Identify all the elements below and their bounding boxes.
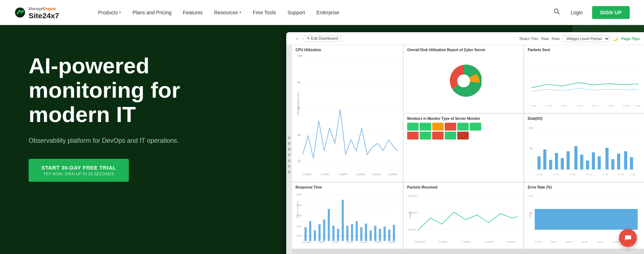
packets-sent-title: Packets Sent bbox=[528, 48, 640, 52]
sidebar-dot[interactable] bbox=[288, 153, 291, 156]
svg-rect-47 bbox=[592, 152, 595, 170]
cta-primary-label: START 30-DAY FREE TRIAL bbox=[42, 165, 116, 171]
svg-rect-41 bbox=[555, 153, 558, 170]
period-select[interactable]: Widget Level Period bbox=[562, 35, 610, 42]
sidebar-dot[interactable] bbox=[288, 171, 291, 174]
svg-rect-51 bbox=[617, 154, 620, 170]
svg-rect-43 bbox=[567, 151, 570, 170]
nav-item-resources[interactable]: Resources ▾ bbox=[209, 7, 246, 18]
svg-text:3000: 3000 bbox=[296, 225, 302, 228]
svg-rect-75 bbox=[323, 220, 325, 241]
monitor-block-red bbox=[407, 132, 419, 140]
svg-text:3:09PM: 3:09PM bbox=[389, 173, 397, 176]
page-tips-button[interactable]: Page Tips bbox=[621, 36, 640, 41]
svg-rect-79 bbox=[342, 200, 344, 241]
back-button[interactable]: ← bbox=[295, 36, 300, 41]
error-rate-title: Error Rate (%) bbox=[528, 185, 640, 189]
svg-rect-72 bbox=[309, 221, 311, 241]
svg-text:17:12: 17:12 bbox=[576, 105, 583, 107]
svg-text:3:02PM: 3:02PM bbox=[388, 241, 395, 244]
svg-text:17:17: 17:17 bbox=[592, 105, 598, 107]
monitor-block-green bbox=[420, 123, 431, 131]
svg-rect-116 bbox=[535, 209, 638, 230]
svg-text:100: 100 bbox=[297, 54, 302, 58]
svg-text:17:32: 17:32 bbox=[635, 105, 640, 107]
nav-item-free-tools[interactable]: Free Tools bbox=[248, 7, 281, 18]
response-time-svg: 6000 5000 4000 3000 2000 bbox=[296, 191, 399, 244]
monitor-block-green bbox=[420, 132, 431, 140]
hero-left: AI-powered monitoring for modern IT Obse… bbox=[0, 25, 279, 254]
sidebar-dot[interactable] bbox=[288, 136, 291, 139]
svg-text:Count: Count bbox=[529, 213, 531, 218]
sidebar-dot[interactable] bbox=[288, 148, 291, 151]
monitor-block-green bbox=[445, 132, 456, 140]
toolbar-title-area: ✎ Edit Dashboard bbox=[303, 35, 516, 42]
svg-rect-42 bbox=[561, 158, 564, 170]
disk-utilization-cell: Overall Disk Utilization Report of Zyker… bbox=[404, 45, 523, 113]
hero-title: AI-powered monitoring for modern IT bbox=[29, 54, 258, 127]
svg-text:8:57: 8:57 bbox=[532, 105, 537, 107]
svg-rect-53 bbox=[630, 157, 633, 170]
svg-rect-45 bbox=[580, 155, 584, 169]
svg-rect-52 bbox=[624, 151, 627, 170]
nav-item-features[interactable]: Features bbox=[178, 7, 208, 18]
dashboard-toolbar: ← ✎ Edit Dashboard Share This Raw Now Wi… bbox=[286, 32, 644, 45]
svg-rect-77 bbox=[332, 226, 335, 241]
svg-text:05:52PM: 05:52PM bbox=[415, 241, 425, 243]
logo-icon bbox=[14, 7, 26, 18]
svg-rect-73 bbox=[314, 230, 316, 241]
packets-received-svg: 150000 100000 50000 05:52PM 2:10PM 2:28P… bbox=[407, 191, 520, 244]
nav-item-enterprise[interactable]: Enterprise bbox=[312, 7, 345, 18]
response-time-title: Response Time bbox=[296, 185, 399, 189]
nav-item-support[interactable]: Support bbox=[282, 7, 310, 18]
dark-mode-icon: 🌙 bbox=[613, 36, 618, 41]
nav-item-products[interactable]: Products ▾ bbox=[93, 7, 126, 18]
svg-text:2:26PM: 2:26PM bbox=[346, 241, 353, 244]
cta-secondary-label: TRY NOW, SIGN UP IN 30 SECONDS bbox=[43, 172, 114, 176]
svg-text:20: 20 bbox=[297, 160, 301, 163]
svg-rect-76 bbox=[328, 209, 330, 241]
edit-dashboard-button[interactable]: ✎ Edit Dashboard bbox=[303, 35, 341, 42]
pie-chart-svg bbox=[446, 63, 482, 99]
raw-label: Raw bbox=[541, 36, 549, 41]
search-button[interactable] bbox=[552, 7, 561, 18]
svg-text:Packets: Packets bbox=[409, 211, 411, 218]
pie-chart-container bbox=[407, 53, 520, 108]
packets-received-cell: Packets Received 150000 100000 50000 05:… bbox=[404, 182, 523, 249]
svg-rect-85 bbox=[370, 230, 372, 241]
monitor-block-green bbox=[470, 123, 481, 131]
login-button[interactable]: Login bbox=[567, 8, 586, 18]
svg-text:11:55: 11:55 bbox=[581, 241, 588, 243]
svg-text:17:22: 17:22 bbox=[608, 105, 614, 107]
chat-widget[interactable] bbox=[619, 229, 637, 247]
svg-text:17:25: 17:25 bbox=[535, 241, 541, 243]
nav-links: Products ▾ Plans and Pricing Features Re… bbox=[93, 7, 552, 18]
svg-point-0 bbox=[15, 8, 25, 18]
nav-item-plans[interactable]: Plans and Pricing bbox=[127, 7, 176, 18]
svg-text:2:08PM: 2:08PM bbox=[303, 173, 311, 176]
share-label: Share This bbox=[519, 36, 538, 41]
svg-rect-44 bbox=[574, 146, 577, 169]
svg-text:40: 40 bbox=[297, 133, 301, 137]
monitor-type-cell: Monitors in Monitor Type of Server Monit… bbox=[404, 114, 523, 182]
svg-point-1 bbox=[22, 10, 24, 12]
svg-text:6000: 6000 bbox=[296, 193, 302, 195]
cta-trial-button[interactable]: START 30-DAY FREE TRIAL TRY NOW, SIGN UP… bbox=[29, 159, 129, 182]
logo-manage-engine: ManageEngine bbox=[29, 5, 59, 11]
monitor-block-red bbox=[432, 132, 444, 140]
svg-text:10:25: 10:25 bbox=[566, 241, 572, 243]
hero-section: AI-powered monitoring for modern IT Obse… bbox=[0, 25, 644, 254]
monitor-block-green bbox=[457, 123, 469, 131]
signup-button[interactable]: SIGN UP bbox=[592, 6, 630, 19]
monitor-blocks bbox=[407, 123, 520, 140]
sidebar-dot[interactable] bbox=[288, 142, 291, 145]
sidebar-dot[interactable] bbox=[288, 165, 291, 168]
svg-rect-46 bbox=[586, 161, 589, 170]
svg-text:2:24PM: 2:24PM bbox=[338, 173, 347, 176]
svg-text:2:46PM: 2:46PM bbox=[485, 241, 493, 243]
svg-rect-89 bbox=[388, 230, 390, 241]
sidebar-dot[interactable] bbox=[288, 159, 291, 162]
svg-text:17:55: 17:55 bbox=[630, 174, 636, 176]
svg-rect-50 bbox=[611, 159, 615, 170]
svg-rect-81 bbox=[351, 224, 353, 241]
